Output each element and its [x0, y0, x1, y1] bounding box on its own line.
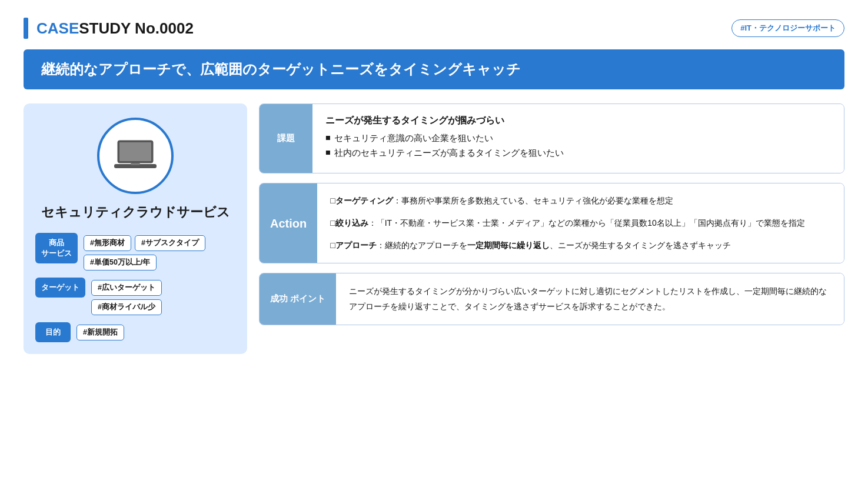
success-text: ニーズが発生するタイミングが分かりづらい広いターゲットに対し適切にセグメントした…	[349, 284, 831, 313]
target-tags: #広いターゲット #商材ライバル少	[91, 278, 235, 315]
svg-rect-3	[131, 163, 140, 165]
page-header: CASE STUDY No.0002 #IT・テクノロジーサポート	[24, 18, 844, 39]
action-card: Action □ターゲティング：事務所や事業所を多数抱えている、セキュリティ強化…	[259, 183, 844, 263]
case-title: CASE STUDY No.0002	[24, 18, 194, 39]
action-item-3: □アプローチ：継続的なアプローチを一定期間毎に繰り返し、ニーズが発生するタイミン…	[330, 239, 831, 253]
blue-accent-bar	[24, 18, 28, 39]
purpose-tags: #新規開拓	[77, 322, 124, 340]
info-row-purpose: 目的 #新規開拓	[35, 322, 235, 342]
tag-3: #単価50万以上/年	[84, 255, 157, 270]
action-content: □ターゲティング：事務所や事業所を多数抱えている、セキュリティ強化が必要な業種を…	[317, 183, 844, 263]
kadai-label: 課題	[260, 104, 312, 173]
action-label: Action	[260, 183, 317, 263]
success-content: ニーズが発生するタイミングが分かりづらい広いターゲットに対し適切にセグメントした…	[336, 273, 844, 324]
product-tags: #無形商材 #サブスクタイプ #単価50万以上/年	[84, 233, 235, 270]
kadai-content: ニーズが発生するタイミングが掴みづらい ■ セキュリティ意識の高い企業を狙いたい…	[312, 104, 844, 173]
case-word: CASE	[36, 19, 79, 38]
target-label: ターゲット	[35, 278, 85, 298]
action-item-1: □ターゲティング：事務所や事業所を多数抱えている、セキュリティ強化が必要な業種を…	[330, 194, 831, 208]
right-panel: 課題 ニーズが発生するタイミングが掴みづらい ■ セキュリティ意識の高い企業を狙…	[259, 103, 844, 354]
laptop-icon	[97, 118, 174, 194]
category-tag: #IT・テクノロジーサポート	[731, 19, 844, 37]
service-name: セキュリティクラウドサービス	[41, 203, 230, 221]
success-label: 成功 ポイント	[260, 273, 336, 324]
tag-1: #無形商材	[84, 235, 131, 251]
product-label: 商品サービス	[35, 233, 78, 263]
info-rows: 商品サービス #無形商材 #サブスクタイプ #単価50万以上/年 ターゲット #…	[35, 233, 235, 342]
main-banner: 継続的なアプローチで、広範囲のターゲットニーズをタイミングキャッチ	[24, 49, 844, 89]
content-grid: セキュリティクラウドサービス 商品サービス #無形商材 #サブスクタイプ #単価…	[24, 103, 844, 354]
tag-5: #商材ライバル少	[91, 299, 162, 315]
info-row-target: ターゲット #広いターゲット #商材ライバル少	[35, 278, 235, 315]
info-row-product: 商品サービス #無形商材 #サブスクタイプ #単価50万以上/年	[35, 233, 235, 270]
success-card: 成功 ポイント ニーズが発生するタイミングが分かりづらい広いターゲットに対し適切…	[259, 273, 844, 325]
kadai-bullet-1: ■ セキュリティ意識の高い企業を狙いたい	[325, 133, 831, 144]
kadai-bullet-2: ■ 社内のセキュリティニーズが高まるタイミングを狙いたい	[325, 148, 831, 159]
tag-6: #新規開拓	[77, 325, 124, 340]
kadai-card: 課題 ニーズが発生するタイミングが掴みづらい ■ セキュリティ意識の高い企業を狙…	[259, 103, 844, 173]
svg-rect-1	[119, 142, 151, 161]
title-rest: STUDY No.0002	[79, 19, 194, 38]
tag-4: #広いターゲット	[91, 280, 162, 296]
tag-2: #サブスクタイプ	[135, 235, 205, 251]
purpose-label: 目的	[35, 322, 71, 342]
action-item-2: □絞り込み：「IT・不動産・サービス業・士業・メディア」などの業種から「従業員数…	[330, 216, 831, 231]
kadai-title: ニーズが発生するタイミングが掴みづらい	[325, 115, 831, 127]
left-panel: セキュリティクラウドサービス 商品サービス #無形商材 #サブスクタイプ #単価…	[24, 103, 247, 354]
